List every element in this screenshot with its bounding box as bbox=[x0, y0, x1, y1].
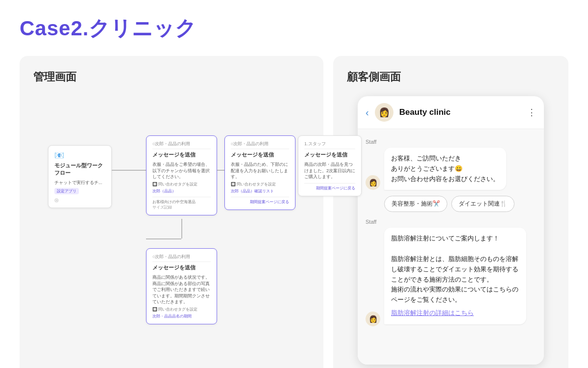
flow-card-1b-link: 期間提案ページに戻る bbox=[231, 197, 289, 205]
admin-panel: 管理画面 📧 モジュール型ワークフロー チャットで実行するチ... 設定アプリ … bbox=[20, 56, 323, 368]
flow-card-1b-title: ○次郎・品品の利用 bbox=[231, 141, 289, 149]
phone-header: ‹ 👩 Beauty clinic ⋮ bbox=[358, 96, 544, 129]
flow-card-main-name: モジュール型ワークフロー bbox=[54, 162, 105, 177]
sender-label-1: Staff bbox=[366, 139, 536, 145]
flow-area: 📧 モジュール型ワークフロー チャットで実行するチ... 設定アプリ ◎ ○次郎… bbox=[33, 96, 310, 342]
flow-card-main: 📧 モジュール型ワークフロー チャットで実行するチ... 設定アプリ ◎ bbox=[48, 145, 112, 208]
panels-container: 管理画面 📧 モジュール型ワークフロー チャットで実行するチ... 設定アプリ … bbox=[20, 56, 568, 368]
customer-panel-label: 顧客側画面 bbox=[347, 70, 555, 84]
flow-card-1a-tag2: 次郎（品品） bbox=[152, 188, 211, 194]
flow-card-1a-title: ○次郎・品品の利用 bbox=[152, 141, 211, 149]
flow-card-2b-tag: 🔲 問い合わせタグを設定 bbox=[152, 307, 211, 312]
header-avatar: 👩 bbox=[375, 103, 393, 122]
flow-card-1a-extra: お客様向けの中空海運品 bbox=[152, 197, 211, 205]
flow-card-1b-body: 衣服・品品のため、下部のに配達を入力をお願いしたします。 bbox=[231, 161, 289, 180]
flow-card-2b-name: メッセージを送信 bbox=[152, 264, 211, 271]
admin-panel-label: 管理画面 bbox=[33, 70, 310, 84]
flow-card-2a-link: 期間提案ページに戻る bbox=[304, 183, 355, 191]
flow-card-1a: ○次郎・品品の利用 メッセージを送信 衣服・品品をご希望の場合、以下のチャンから… bbox=[146, 135, 217, 215]
flow-card-1b-tag: 🔲 問い合わせタグを設定 bbox=[231, 182, 289, 187]
chat-area: Staff 👩 お客様、ご訪問いただきありがとうございます😀お問い合わせ内容をお… bbox=[358, 129, 544, 365]
chat-bubble-2: 脂肪溶解注射についてご案内します！ 脂肪溶解注射とは、脂肪細胞そのものを溶解し破… bbox=[384, 228, 526, 324]
chat-message-1: 👩 お客様、ご訪問いただきありがとうございます😀お問い合わせ内容をお選びください… bbox=[366, 148, 536, 190]
chat-bubble-2-intro: 脂肪溶解注射についてご案内します！ bbox=[391, 234, 519, 244]
page-title: Case2.クリニック bbox=[20, 15, 568, 42]
flow-card-1a-body: 衣服・品品をご希望の場合、以下のチャンから情報を選択してください。 bbox=[152, 161, 211, 180]
flow-card-2b-title: ○次郎・品品の利用 bbox=[152, 254, 211, 262]
back-icon[interactable]: ‹ bbox=[366, 107, 369, 118]
flow-card-2b-tag2: 次郎・品品品名の期間 bbox=[152, 314, 211, 319]
flow-card-1a-extra2: サイズ記録 bbox=[152, 205, 211, 210]
chat-option-buttons: 美容整形・施術✂️ ダイエット関連🍴 bbox=[384, 196, 536, 212]
option-btn-diet[interactable]: ダイエット関連🍴 bbox=[451, 196, 514, 212]
customer-panel: 顧客側画面 ‹ 👩 Beauty clinic ⋮ Staff 👩 お客様、ご訪… bbox=[333, 56, 568, 368]
chat-title: Beauty clinic bbox=[399, 107, 521, 117]
flow-card-main-body: チャットで実行するチ... bbox=[54, 180, 105, 186]
flow-card-1a-tag: 🔲 問い合わせタグを設定 bbox=[152, 182, 211, 187]
flow-card-1b-tag2: 次郎（品品）確認リスト bbox=[231, 188, 289, 194]
flow-card-1a-name: メッセージを送信 bbox=[152, 151, 211, 158]
flow-card-2b-body: 商品に関係がある状況です。商品に関係がある部位の写真でご利用いただきますで続いて… bbox=[152, 274, 211, 305]
flow-card-main-tag: 設定アプリ bbox=[54, 188, 79, 194]
phone-mockup: ‹ 👩 Beauty clinic ⋮ Staff 👩 お客様、ご訪問いただきあ… bbox=[358, 96, 544, 365]
flow-card-1b-name: メッセージを送信 bbox=[231, 151, 289, 158]
flow-card-2a-name: メッセージを送信 bbox=[304, 151, 355, 158]
avatar-emoji: 👩 bbox=[379, 107, 390, 118]
chat-message-2: 👩 脂肪溶解注射についてご案内します！ 脂肪溶解注射とは、脂肪細胞そのものを溶解… bbox=[366, 228, 536, 326]
menu-icon[interactable]: ⋮ bbox=[527, 107, 536, 118]
chat-link[interactable]: 脂肪溶解注射の詳細はこちら bbox=[391, 308, 519, 318]
sender-label-2: Staff bbox=[366, 219, 536, 225]
chat-avatar-1: 👩 bbox=[366, 175, 380, 190]
flow-card-2a: 1.スタッフ メッセージを送信 商品の次郎・品品を見つけました。2次案日以内にご… bbox=[298, 135, 362, 196]
flow-card-2b: ○次郎・品品の利用 メッセージを送信 商品に関係がある状況です。商品に関係がある… bbox=[146, 248, 217, 324]
chat-bubble-1: お客様、ご訪問いただきありがとうございます😀お問い合わせ内容をお選びください。 bbox=[384, 148, 506, 190]
chat-avatar-2: 👩 bbox=[366, 312, 380, 326]
flow-card-2a-title: 1.スタッフ bbox=[304, 141, 355, 149]
flow-card-1b: ○次郎・品品の利用 メッセージを送信 衣服・品品のため、下部のに配達を入力をお願… bbox=[224, 135, 295, 210]
flow-card-2a-body: 商品の次郎・品品を見つけました。2次案日以内にご購入します。 bbox=[304, 161, 355, 180]
option-btn-beauty[interactable]: 美容整形・施術✂️ bbox=[384, 196, 447, 212]
chat-bubble-2-body: 脂肪溶解注射とは、脂肪細胞そのものを溶解し破壊することでダイエット効果を期待する… bbox=[391, 254, 519, 305]
